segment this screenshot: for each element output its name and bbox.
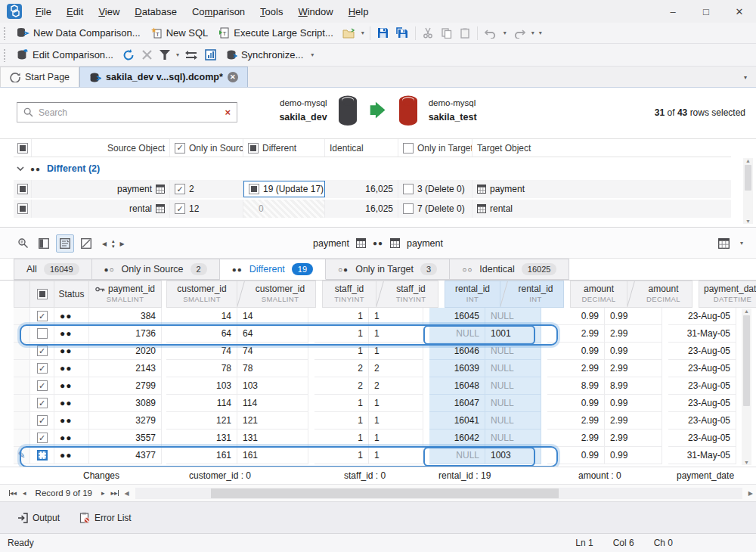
tab-identical[interactable]: ○○Identical16025 (450, 259, 569, 280)
row-checkbox[interactable] (37, 398, 48, 408)
payment-different-checkbox[interactable] (249, 184, 259, 194)
different-checkbox[interactable] (248, 143, 259, 154)
menu-comparison[interactable]: Comparison (185, 3, 252, 20)
data-row[interactable]: ●● 2799 103103 22 16048NULL 8.998.99 23-… (14, 377, 756, 395)
scrollbar-thumb[interactable] (211, 488, 559, 498)
scroll-right-icon[interactable]: ▶ (745, 490, 756, 497)
rental-row-checkbox[interactable] (17, 203, 28, 214)
menu-tools[interactable]: Tools (253, 3, 290, 20)
save-all-button[interactable] (392, 25, 412, 41)
last-record-button[interactable]: ▸▸ (108, 489, 122, 497)
row-checkbox[interactable] (37, 328, 48, 339)
grid-options-button[interactable] (715, 234, 733, 253)
menu-file[interactable]: File (29, 3, 58, 20)
payment-row-checkbox[interactable] (17, 184, 28, 194)
scroll-left-icon[interactable]: ◀ (122, 490, 132, 497)
column-target-object[interactable]: Target Object (472, 139, 731, 157)
only-in-target-checkbox[interactable] (403, 143, 414, 154)
data-row[interactable]: ●● 2020 7474 11 16046NULL 0.990.99 23-Au… (14, 343, 756, 360)
data-row[interactable]: ●● 2143 7878 22 16039NULL 2.992.99 23-Au… (14, 360, 756, 377)
payment-only-target-checkbox[interactable] (403, 184, 414, 194)
refresh-button[interactable] (119, 47, 138, 64)
menu-window[interactable]: Window (291, 3, 339, 20)
object-row-payment[interactable]: payment 2 19 (Update 17) 16,025 3 (Delet… (14, 180, 731, 198)
row-checkbox[interactable] (37, 346, 48, 356)
data-grid-scrollbar[interactable]: ▲▼ (742, 309, 751, 465)
select-column-header[interactable] (30, 281, 54, 308)
highlight-changes-button[interactable] (77, 234, 95, 253)
cut-button[interactable] (419, 25, 437, 41)
tab-comparison-document[interactable]: sakila_dev v...sql).dcomp* ✕ (79, 67, 248, 87)
paste-button[interactable] (456, 25, 474, 41)
data-row[interactable]: ●● 1736 6464 11 NULL1001 2.992.99 31-May… (14, 325, 756, 343)
customer-id-target-header[interactable]: customer_idSMALLINT (245, 281, 316, 308)
payment-date-header[interactable]: payment_dateDATETIME (699, 281, 756, 308)
last-change-button[interactable]: ▾ (112, 243, 115, 249)
row-checkbox[interactable] (37, 433, 48, 443)
new-data-comparison-button[interactable]: New Data Comparison... (11, 25, 146, 41)
horizontal-scrollbar[interactable] (135, 488, 742, 499)
staff-id-source-header[interactable]: staff_idTINYINT (322, 281, 376, 308)
column-only-in-target[interactable]: Only in Target (398, 139, 472, 157)
only-in-source-checkbox[interactable] (175, 143, 185, 154)
amount-target-header[interactable]: amountDECIMAL (635, 281, 692, 308)
toolbar-grip[interactable] (3, 26, 7, 40)
close-button[interactable]: ✕ (723, 1, 756, 22)
row-checkbox[interactable] (37, 311, 48, 321)
copy-button[interactable] (437, 25, 456, 41)
next-record-button[interactable]: ▸ (98, 489, 108, 497)
row-checkbox-focused[interactable] (37, 450, 48, 461)
first-change-button[interactable]: ▴ (112, 238, 115, 243)
split-view-button[interactable] (35, 234, 53, 253)
column-only-in-source[interactable]: Only in Source (170, 139, 243, 157)
tab-only-in-target[interactable]: ○●Only in Target3 (326, 259, 450, 280)
filter-button[interactable] (156, 48, 174, 62)
new-sql-button[interactable]: T New SQL (146, 25, 214, 41)
column-different[interactable]: Different (243, 139, 325, 157)
menu-help[interactable]: Help (342, 3, 376, 20)
show-differences-button[interactable] (56, 234, 74, 253)
column-identical[interactable]: Identical (325, 139, 398, 157)
object-row-rental[interactable]: rental 12 0 16,025 7 (Delete 0) rental (14, 200, 731, 218)
save-button[interactable] (373, 25, 392, 41)
minimize-button[interactable]: – (656, 1, 689, 22)
data-row[interactable]: ●● 384 1414 11 16045NULL 0.990.99 23-Aug… (14, 308, 756, 325)
menu-view[interactable]: View (91, 3, 126, 20)
customer-id-source-header[interactable]: customer_idSMALLINT (166, 281, 237, 308)
select-all-checkbox[interactable] (14, 139, 32, 157)
row-checkbox[interactable] (37, 415, 48, 426)
open-file-dropdown[interactable]: ▾ (359, 29, 367, 36)
next-change-button[interactable]: ▸ (116, 234, 129, 253)
data-row-current[interactable]: ✎ ●● 4377 161161 11 NULL1003 0.990.99 31… (14, 447, 756, 464)
synchronize-dropdown[interactable]: ▾ (308, 51, 316, 58)
synchronize-button[interactable]: Synchronize... (220, 47, 308, 63)
edit-comparison-button[interactable]: Edit Comparison... (11, 47, 119, 63)
redo-dropdown[interactable]: ▾ (529, 29, 537, 36)
toolbar-grip-2[interactable] (3, 48, 7, 62)
find-data-button[interactable] (14, 234, 32, 253)
filter-dropdown[interactable]: ▾ (174, 51, 181, 58)
open-file-button[interactable] (339, 26, 359, 41)
column-source-object[interactable]: Source Object (32, 139, 170, 157)
error-list-tab[interactable]: Error List (73, 508, 138, 527)
rental-id-target-header[interactable]: rental_idINT (508, 281, 564, 308)
row-checkbox[interactable] (37, 380, 48, 391)
data-row[interactable]: ●● 3089 114114 11 16047NULL 0.990.99 23-… (14, 395, 756, 412)
status-column-header[interactable]: Status (54, 281, 89, 308)
payment-different-cell[interactable]: 19 (Update 17) (243, 181, 325, 197)
tab-list-dropdown[interactable]: ▾ (744, 74, 747, 81)
object-grid-scrollbar[interactable]: ▲▼ (743, 158, 753, 224)
rental-only-source-checkbox[interactable] (175, 203, 185, 214)
data-row[interactable]: ●● 3279 121121 11 16041NULL 2.992.99 23-… (14, 412, 756, 430)
group-row-different[interactable]: ●● Different (2) (0, 157, 756, 180)
rental-id-source-header[interactable]: rental_idINT (445, 281, 500, 308)
amount-source-header[interactable]: amountDECIMAL (570, 281, 627, 308)
tab-different[interactable]: ●●Different19 (220, 259, 326, 280)
close-tab-icon[interactable]: ✕ (228, 72, 238, 82)
first-record-button[interactable]: ◂◂ (6, 489, 20, 497)
undo-dropdown[interactable]: ▾ (501, 29, 509, 36)
payment-id-column-header[interactable]: payment_id SMALLINT (89, 281, 162, 308)
maximize-button[interactable]: □ (689, 1, 723, 22)
menu-edit[interactable]: Edit (60, 3, 90, 20)
output-tab[interactable]: Output (11, 509, 67, 527)
